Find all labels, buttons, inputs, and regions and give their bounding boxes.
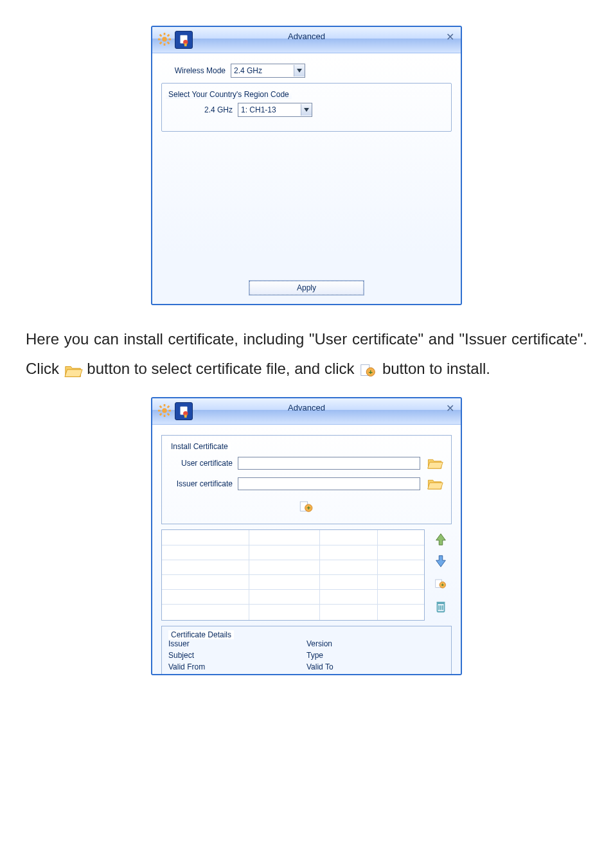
advanced-certificate-dialog: Advanced ✕ Install Certificate User cert… <box>151 397 462 675</box>
instruction-paragraph: Here you can install certificate, includ… <box>26 324 587 389</box>
apply-button[interactable]: Apply <box>249 281 364 295</box>
svg-text:+: + <box>441 582 445 588</box>
dialog-title: Advanced <box>152 403 461 412</box>
certificate-details-legend: Certificate Details <box>168 630 234 639</box>
chevron-down-icon[interactable] <box>294 65 305 76</box>
details-valid-from-label: Valid From <box>168 662 306 671</box>
certificate-details-group: Certificate Details Issuer Version Subje… <box>161 626 452 674</box>
details-issuer-label: Issuer <box>168 639 306 648</box>
dialog-title: Advanced <box>152 31 461 41</box>
certificate-list[interactable] <box>161 529 425 621</box>
close-icon[interactable]: ✕ <box>446 403 454 414</box>
svg-marker-33 <box>436 556 446 567</box>
trash-icon[interactable] <box>434 599 448 616</box>
svg-marker-32 <box>436 534 446 545</box>
svg-text:+: + <box>369 368 373 375</box>
arrow-up-icon[interactable] <box>434 532 448 548</box>
dialog-body: Install Certificate User certificate Iss… <box>152 425 461 674</box>
details-subject-label: Subject <box>168 651 306 660</box>
install-certificate-icon[interactable]: + <box>434 577 448 593</box>
svg-line-7 <box>160 42 162 44</box>
wireless-mode-select[interactable]: 2.4 GHz <box>231 64 305 78</box>
user-certificate-field[interactable] <box>238 457 420 470</box>
svg-rect-28 <box>184 415 187 418</box>
arrow-down-icon[interactable] <box>434 554 448 571</box>
paragraph-text-3: button to install. <box>382 360 490 377</box>
region-code-select[interactable]: 1: CH1-13 <box>238 103 312 117</box>
wireless-mode-value: 2.4 GHz <box>234 66 262 75</box>
svg-line-6 <box>168 42 170 44</box>
browse-user-certificate-button[interactable] <box>425 455 445 472</box>
install-certificate-icon: + <box>359 360 378 390</box>
band-label: 2.4 GHz <box>168 105 238 114</box>
install-certificate-legend: Install Certificate <box>168 442 231 451</box>
svg-text:+: + <box>306 504 310 511</box>
details-valid-to-label: Valid To <box>306 662 445 671</box>
svg-rect-11 <box>184 44 187 47</box>
browse-issuer-certificate-button[interactable] <box>425 475 445 492</box>
details-type-label: Type <box>306 651 445 660</box>
svg-line-23 <box>168 414 170 416</box>
dialog-body: Wireless Mode 2.4 GHz Select Your Countr… <box>152 53 461 304</box>
svg-marker-12 <box>297 69 302 73</box>
svg-marker-13 <box>304 108 309 112</box>
issuer-certificate-label: Issuer certificate <box>168 479 233 488</box>
user-certificate-label: User certificate <box>168 459 233 468</box>
close-icon[interactable]: ✕ <box>446 32 454 42</box>
region-code-value: 1: CH1-13 <box>241 105 276 114</box>
svg-rect-38 <box>437 602 445 604</box>
folder-open-icon <box>64 360 83 390</box>
install-certificate-button[interactable]: + <box>298 508 315 517</box>
region-code-group: Select Your Country's Region Code 2.4 GH… <box>161 83 452 132</box>
install-certificate-group: Install Certificate User certificate Iss… <box>161 435 452 524</box>
chevron-down-icon[interactable] <box>301 104 312 116</box>
dialog-titlebar: Advanced ✕ <box>152 27 461 53</box>
issuer-certificate-field[interactable] <box>238 477 420 490</box>
svg-line-24 <box>160 414 162 416</box>
paragraph-text-2: button to select certificate file, and c… <box>87 360 359 377</box>
wireless-mode-label: Wireless Mode <box>161 66 231 75</box>
dialog-titlebar: Advanced ✕ <box>152 398 461 425</box>
details-version-label: Version <box>306 639 445 648</box>
region-code-legend: Select Your Country's Region Code <box>166 90 292 99</box>
advanced-settings-dialog: Advanced ✕ Wireless Mode 2.4 GHz Select … <box>151 26 462 305</box>
certificate-list-area: + <box>161 529 452 621</box>
